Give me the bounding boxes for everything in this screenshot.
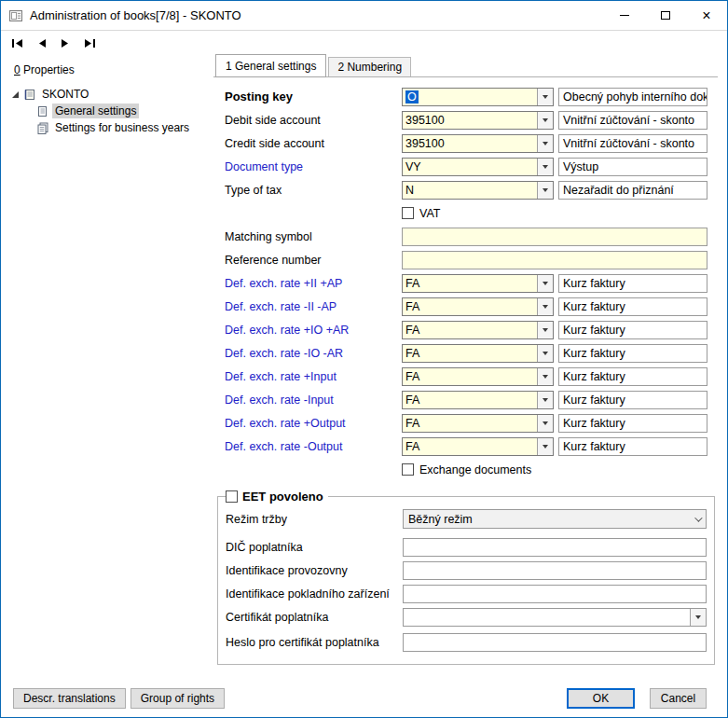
selected-text: O (405, 90, 419, 104)
descr-translations-button[interactable]: Descr. translations (13, 688, 126, 709)
identifikace-provozovny-row: Identifikace provozovny (226, 560, 707, 580)
def-exch-rate-plus-io-plus-ar-label[interactable]: Def. exch. rate +IO +AR (225, 324, 402, 337)
def-exch-rate-plus-ii-plus-ap-label[interactable]: Def. exch. rate +II +AP (225, 277, 402, 290)
def-exch-rate-plus-io-plus-ar-description: Kurz faktury (558, 321, 707, 339)
minimize-button[interactable] (604, 1, 645, 30)
rezim-trzby-select[interactable]: Běžný režim (403, 509, 707, 529)
posting-key-combo[interactable]: O (402, 88, 554, 106)
dropdown-arrow-icon (543, 282, 548, 285)
ok-button[interactable]: OK (567, 688, 635, 709)
eet-legend-label: EET povoleno (242, 490, 323, 504)
document-type-label[interactable]: Document type (225, 160, 402, 173)
tree-root-label[interactable]: SKONTO (39, 87, 91, 102)
tree-item-label[interactable]: General settings (52, 104, 139, 118)
tree-expander-icon[interactable] (10, 90, 20, 99)
dropdown-button[interactable] (537, 298, 553, 315)
def-exch-rate-minus-output-combo[interactable]: FA (402, 437, 554, 456)
def-exch-rate-minus-input-label[interactable]: Def. exch. rate -Input (225, 394, 402, 407)
def-exch-rate-plus-output-combo[interactable]: FA (402, 414, 554, 433)
dropdown-button[interactable] (537, 275, 553, 292)
properties-tree: SKONTO General settings (1, 86, 213, 136)
rezim-trzby-row: Režim tržbyBěžný režim (226, 509, 707, 529)
def-exch-rate-plus-input-combo[interactable]: FA (402, 367, 554, 386)
cancel-button[interactable]: Cancel (650, 688, 707, 709)
dropdown-button[interactable] (537, 392, 553, 408)
def-exch-rate-plus-ii-plus-ap-combo[interactable]: FA (402, 274, 554, 293)
dropdown-button[interactable] (537, 345, 553, 362)
tree-item-label[interactable]: Settings for business years (52, 120, 192, 135)
tree-item-general-settings[interactable]: General settings (1, 103, 213, 119)
vat-row: VAT (225, 203, 718, 223)
group-of-rights-button[interactable]: Group of rights (130, 688, 225, 709)
credit-side-account-row: Credit side account395100Vnitřní zúčtová… (225, 133, 718, 153)
dropdown-arrow-icon (543, 445, 548, 449)
dropdown-arrow-icon (695, 615, 701, 619)
tab-numbering[interactable]: 2 Numbering (328, 57, 411, 76)
nav-previous-button[interactable] (37, 39, 47, 48)
def-exch-rate-minus-input-value: FA (403, 392, 537, 408)
def-exch-rate-minus-input-row: Def. exch. rate -InputFAKurz faktury (225, 390, 718, 409)
reference-number-input[interactable] (402, 251, 707, 269)
heslo-pro-certifikat-poplatnika-input[interactable] (403, 633, 707, 652)
nav-last-button[interactable] (84, 39, 95, 48)
dropdown-button[interactable] (537, 182, 553, 199)
type-of-tax-label: Type of tax (225, 184, 402, 197)
eet-groupbox: EET povoleno Režim tržbyBěžný režimDIČ p… (217, 490, 715, 665)
eet-povoleno-checkbox[interactable] (226, 490, 238, 503)
nav-next-button[interactable] (61, 39, 70, 48)
dropdown-button[interactable] (690, 609, 706, 626)
chevron-down-icon (694, 514, 702, 521)
dropdown-button[interactable] (537, 368, 553, 385)
def-exch-rate-plus-output-row: Def. exch. rate +OutputFAKurz faktury (225, 413, 718, 433)
close-button[interactable]: × (686, 1, 727, 30)
dropdown-button[interactable] (537, 89, 553, 105)
type-of-tax-value: N (403, 182, 537, 199)
def-exch-rate-plus-io-plus-ar-combo[interactable]: FA (402, 321, 554, 339)
dropdown-button[interactable] (537, 322, 553, 338)
def-exch-rate-plus-output-label[interactable]: Def. exch. rate +Output (225, 417, 402, 430)
def-exch-rate-minus-io-minus-ar-label[interactable]: Def. exch. rate -IO -AR (225, 347, 402, 360)
tab-general-settings[interactable]: 1 General settings (215, 54, 326, 77)
credit-side-account-description: Vnitřní zúčtování - skonto (558, 134, 707, 153)
def-exch-rate-minus-output-value: FA (403, 438, 537, 455)
identifikace-pokladniho-zarizeni-input[interactable] (403, 585, 707, 603)
document-type-combo[interactable]: VY (402, 158, 554, 176)
vat-checkbox[interactable] (402, 207, 414, 219)
dic-poplatnika-input[interactable] (403, 538, 707, 557)
def-exch-rate-minus-output-label[interactable]: Def. exch. rate -Output (225, 440, 402, 453)
dropdown-button[interactable] (537, 112, 553, 129)
identifikace-provozovny-input[interactable] (403, 561, 707, 580)
def-exch-rate-plus-output-value: FA (403, 415, 537, 432)
tree-root-skonto[interactable]: SKONTO (1, 86, 213, 103)
credit-side-account-label: Credit side account (225, 137, 402, 150)
exchange-documents-row: Exchange documents (225, 460, 718, 479)
def-exch-rate-minus-io-minus-ar-row: Def. exch. rate -IO -ARFAKurz faktury (225, 343, 718, 363)
form-rows: Posting keyOObecný pohyb interního dokla… (225, 87, 718, 479)
debit-side-account-combo[interactable]: 395100 (402, 111, 554, 130)
dropdown-button[interactable] (537, 438, 553, 455)
def-exch-rate-minus-io-minus-ar-combo[interactable]: FA (402, 344, 554, 363)
def-exch-rate-minus-ii-minus-ap-combo[interactable]: FA (402, 297, 554, 316)
def-exch-rate-minus-output-row: Def. exch. rate -OutputFAKurz faktury (225, 436, 718, 456)
dropdown-arrow-icon (543, 165, 548, 169)
settings-panel: 1 General settings 2 Numbering Posting k… (213, 55, 727, 665)
certifikat-poplatnika-combo[interactable] (403, 608, 707, 627)
nav-first-button[interactable] (12, 39, 23, 48)
def-exch-rate-minus-input-combo[interactable]: FA (402, 391, 554, 409)
dropdown-button[interactable] (537, 415, 553, 432)
maximize-button[interactable] (645, 1, 686, 30)
dropdown-button[interactable] (537, 135, 553, 152)
def-exch-rate-plus-input-label[interactable]: Def. exch. rate +Input (225, 370, 402, 383)
type-of-tax-combo[interactable]: N (402, 181, 554, 200)
matching-symbol-input[interactable] (402, 228, 707, 246)
def-exch-rate-minus-ii-minus-ap-label[interactable]: Def. exch. rate -II -AP (225, 300, 402, 313)
tree-item-settings-business-years[interactable]: Settings for business years (1, 119, 213, 136)
credit-side-account-combo[interactable]: 395100 (402, 134, 554, 153)
properties-accelerator: 0 (14, 63, 21, 76)
heslo-pro-certifikat-poplatnika-label: Heslo pro certifikát poplatníka (226, 636, 403, 649)
tabstrip: 1 General settings 2 Numbering (213, 55, 718, 77)
properties-header: 0 Properties (1, 63, 213, 76)
dropdown-arrow-icon (543, 142, 548, 145)
exchange-documents-checkbox[interactable] (402, 463, 414, 476)
dropdown-button[interactable] (537, 159, 553, 175)
